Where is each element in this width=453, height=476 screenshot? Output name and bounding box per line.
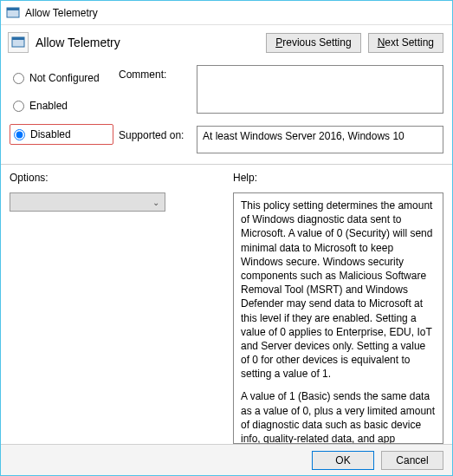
ok-button[interactable]: OK: [312, 451, 374, 470]
help-p1: This policy setting determines the amoun…: [241, 199, 436, 381]
help-label: Help:: [233, 172, 443, 184]
policy-window-icon: [6, 6, 20, 20]
help-p2: A value of 1 (Basic) sends the same data…: [241, 389, 436, 444]
lower-area: Options: ⌄ Help: This policy setting det…: [1, 165, 452, 444]
radio-not-configured-label: Not Configured: [29, 72, 100, 84]
svg-rect-3: [12, 37, 24, 40]
options-label: Options:: [10, 172, 217, 184]
window-title: Allow Telemetry: [25, 7, 98, 19]
window-titlebar: Allow Telemetry: [1, 1, 452, 25]
radio-disabled-label: Disabled: [30, 128, 71, 140]
radio-not-configured-input[interactable]: [13, 73, 24, 84]
supported-value: At least Windows Server 2016, Windows 10: [197, 126, 443, 153]
chevron-down-icon: ⌄: [152, 198, 159, 207]
config-area: Not Configured Enabled Disabled Comment:…: [1, 60, 452, 160]
cancel-button[interactable]: Cancel: [381, 451, 443, 470]
radio-enabled-input[interactable]: [13, 101, 24, 112]
policy-header-icon: [8, 32, 29, 53]
supported-row: Supported on: At least Windows Server 20…: [119, 126, 443, 153]
fields-column: Comment: Supported on: At least Windows …: [119, 65, 443, 153]
help-column: Help: This policy setting determines the…: [233, 172, 443, 444]
radio-disabled-input[interactable]: [14, 129, 25, 140]
comment-input[interactable]: [197, 65, 443, 114]
options-dropdown[interactable]: ⌄: [10, 192, 165, 212]
radio-column: Not Configured Enabled Disabled: [10, 65, 113, 153]
comment-row: Comment:: [119, 65, 443, 114]
radio-not-configured[interactable]: Not Configured: [10, 68, 113, 88]
help-text-box[interactable]: This policy setting determines the amoun…: [233, 192, 443, 444]
comment-label: Comment:: [119, 65, 190, 114]
radio-enabled-label: Enabled: [29, 100, 68, 112]
next-setting-button[interactable]: Next Setting: [368, 33, 443, 53]
svg-rect-1: [7, 8, 19, 10]
radio-disabled[interactable]: Disabled: [10, 124, 113, 145]
options-column: Options: ⌄: [10, 172, 217, 444]
policy-title: Allow Telemetry: [36, 36, 259, 49]
radio-enabled[interactable]: Enabled: [10, 96, 113, 115]
supported-label: Supported on:: [119, 126, 190, 153]
dialog-footer: OK Cancel: [1, 444, 452, 475]
previous-setting-button[interactable]: Previous Setting: [266, 33, 360, 53]
header-row: Allow Telemetry Previous Setting Next Se…: [1, 25, 452, 60]
